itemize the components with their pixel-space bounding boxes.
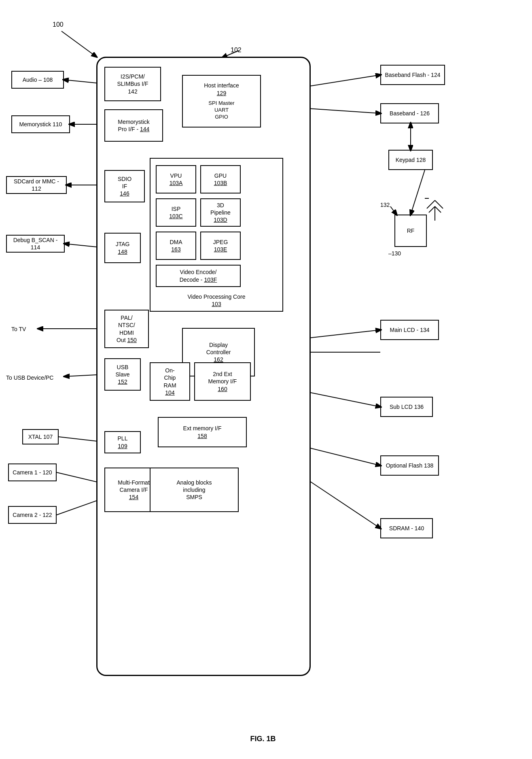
pll-box: PLL109 bbox=[104, 431, 141, 453]
dma-label: DMA163 bbox=[170, 238, 182, 253]
jtag-box: JTAG148 bbox=[104, 233, 141, 263]
baseband-box: Baseband - 126 bbox=[380, 103, 439, 123]
ext-mem-if-box: Ext memory I/F158 bbox=[158, 417, 247, 447]
sdram-box: SDRAM - 140 bbox=[380, 518, 433, 538]
pipeline3d-box: 3DPipeline103D bbox=[200, 198, 241, 227]
ref-102-label: 102 bbox=[231, 47, 242, 54]
sdcard-label: SDCard or MMC - 112 bbox=[8, 178, 64, 192]
i2s-label: I2S/PCM/ SLIMBus I/F 142 bbox=[117, 73, 148, 95]
xtal-label: XTAL 107 bbox=[28, 433, 53, 440]
keypad-box: Keypad 128 bbox=[388, 150, 433, 170]
sdio-label: SDIOIF146 bbox=[118, 175, 131, 198]
memorystick-ext-box: Memorystick 110 bbox=[11, 115, 70, 133]
memorystick-if-label: MemorystickPro I/F - 144 bbox=[118, 118, 150, 133]
xtal-box: XTAL 107 bbox=[22, 429, 59, 444]
camera1-box: Camera 1 - 120 bbox=[8, 463, 57, 481]
pal-ntsc-box: PAL/NTSC/HDMIOut 150 bbox=[104, 310, 149, 348]
jpeg-box: JPEG103E bbox=[200, 232, 241, 260]
usb-slave-label: USBSlave152 bbox=[115, 364, 129, 386]
memorystick-ext-label: Memorystick 110 bbox=[19, 121, 62, 128]
ref-132-label: 132 bbox=[380, 202, 390, 208]
svg-line-19 bbox=[411, 170, 425, 215]
camera-if-label: Multi-FormatCamera I/F154 bbox=[118, 479, 150, 501]
analog-box: Analog blocksincludingSMPS bbox=[150, 468, 239, 512]
video-core-label: Video Processing Core103 bbox=[150, 293, 282, 308]
memorystick-if-box: MemorystickPro I/F - 144 bbox=[104, 109, 163, 142]
host-if-box: Host interface 129 SPI MasterUARTGPIO bbox=[182, 75, 261, 128]
analog-label: Analog blocksincludingSMPS bbox=[176, 479, 212, 501]
audio-box: Audio – 108 bbox=[11, 71, 64, 89]
i2s-box: I2S/PCM/ SLIMBus I/F 142 bbox=[104, 67, 161, 101]
display-ctrl-label: DisplayController162 bbox=[206, 341, 231, 364]
optional-flash-label: Optional Flash 138 bbox=[386, 462, 434, 469]
camera2-box: Camera 2 - 122 bbox=[8, 506, 57, 524]
gpu-box: GPU103B bbox=[200, 165, 241, 193]
vpu-box: VPU103A bbox=[156, 165, 196, 193]
ref-130-label: –130 bbox=[388, 250, 401, 257]
svg-line-1 bbox=[429, 206, 435, 213]
on-chip-ram-box: On-ChipRAM104 bbox=[150, 362, 190, 401]
ext-mem-if2-box: 2nd ExtMemory I/F160 bbox=[194, 362, 251, 401]
audio-label: Audio – 108 bbox=[23, 76, 53, 83]
pal-ntsc-label: PAL/NTSC/HDMIOut 150 bbox=[117, 314, 137, 344]
camera1-label: Camera 1 - 120 bbox=[13, 469, 52, 476]
to-tv-label: To TV bbox=[11, 326, 26, 332]
debug-label: Debug B_SCAN - 114 bbox=[8, 236, 62, 251]
host-if-content: Host interface 129 SPI MasterUARTGPIO bbox=[204, 82, 239, 120]
jpeg-label: JPEG103E bbox=[213, 238, 228, 253]
svg-line-2 bbox=[435, 206, 441, 213]
pll-label: PLL109 bbox=[118, 435, 128, 449]
sdcard-box: SDCard or MMC - 112 bbox=[6, 176, 67, 194]
isp-label: ISP103C bbox=[169, 205, 182, 220]
main-lcd-label: Main LCD - 134 bbox=[390, 326, 429, 334]
camera2-label: Camera 2 - 122 bbox=[13, 511, 52, 519]
debug-box: Debug B_SCAN - 114 bbox=[6, 235, 65, 253]
dma-box: DMA163 bbox=[156, 232, 196, 260]
ref-100-label: 100 bbox=[53, 21, 64, 28]
baseband-flash-label: Baseband Flash - 124 bbox=[385, 71, 441, 79]
jtag-label: JTAG148 bbox=[116, 240, 130, 255]
diagram: 100 102 Audio – 108 Memorystick 110 SDCa… bbox=[0, 0, 532, 759]
isp-box: ISP103C bbox=[156, 198, 196, 227]
sub-lcd-box: Sub LCD 136 bbox=[380, 397, 433, 417]
baseband-flash-box: Baseband Flash - 124 bbox=[380, 65, 445, 85]
sdram-label: SDRAM - 140 bbox=[389, 525, 424, 532]
gpu-label: GPU103B bbox=[214, 172, 227, 187]
ext-mem-if-label: Ext memory I/F158 bbox=[183, 425, 222, 439]
antenna-icon bbox=[425, 198, 445, 224]
ext-mem-if2-label: 2nd ExtMemory I/F160 bbox=[208, 370, 237, 393]
keypad-label: Keypad 128 bbox=[396, 156, 426, 164]
rf-box: RF bbox=[394, 215, 427, 247]
to-usb-label: To USB Device/PC bbox=[6, 374, 53, 381]
svg-line-26 bbox=[61, 31, 96, 57]
sdio-box: SDIOIF146 bbox=[104, 170, 145, 202]
on-chip-ram-label: On-ChipRAM104 bbox=[163, 367, 176, 396]
fig-label: FIG. 1B bbox=[223, 735, 303, 743]
pipeline3d-label: 3DPipeline103D bbox=[210, 202, 231, 224]
rf-label: RF bbox=[407, 227, 415, 234]
sub-lcd-label: Sub LCD 136 bbox=[390, 403, 424, 410]
video-encode-box: Video Encode/Decode - 103F bbox=[156, 265, 241, 287]
baseband-label: Baseband - 126 bbox=[390, 110, 430, 117]
usb-slave-box: USBSlave152 bbox=[104, 358, 141, 391]
vpu-label: VPU103A bbox=[170, 172, 183, 187]
video-encode-label: Video Encode/Decode - 103F bbox=[180, 268, 217, 283]
main-lcd-box: Main LCD - 134 bbox=[380, 320, 439, 340]
svg-line-28 bbox=[390, 206, 396, 215]
optional-flash-box: Optional Flash 138 bbox=[380, 455, 439, 476]
